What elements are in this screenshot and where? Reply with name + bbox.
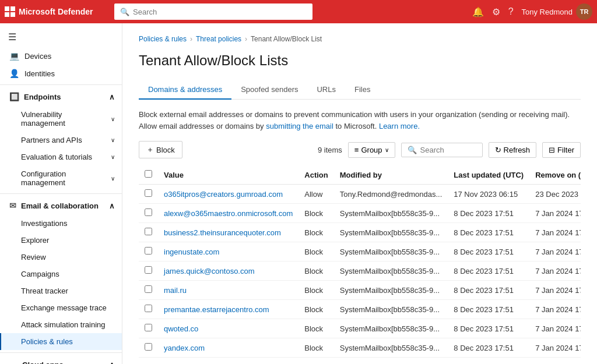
top-nav: Microsoft Defender 🔍 🔔 ⚙ ? Tony Redmond … [0, 0, 597, 23]
app-layout: ☰ 💻 Devices 👤 Identities 🔲 Endpoints ∧ V… [0, 23, 597, 364]
row-checkbox[interactable] [145, 189, 152, 197]
cell-value[interactable]: mail.ru [158, 281, 298, 300]
investigations-label: Investigations [21, 219, 68, 228]
search-icon: 🔍 [408, 146, 417, 154]
app-logo: Microsoft Defender [5, 6, 110, 17]
cell-remove-on: 7 Jan 2024 17:51 [529, 281, 581, 300]
row-checkbox[interactable] [145, 305, 152, 312]
row-checkbox-cell [139, 281, 158, 300]
sidebar-item-exchange-trace[interactable]: Exchange message trace [0, 299, 122, 316]
sidebar-item-review[interactable]: Review [0, 249, 122, 266]
sidebar-section-cloud-apps[interactable]: ☁ Cloud apps ∧ [0, 355, 122, 364]
chevron-down-icon: ∨ [111, 116, 115, 122]
cell-value[interactable]: qwoted.co [158, 319, 298, 338]
cell-value[interactable]: alexw@o365maestro.onmicrosoft.com [158, 204, 298, 223]
cell-action: Block [298, 204, 333, 223]
cell-modified-by: SystemMailbox[bb558c35-9... [334, 261, 448, 281]
select-all-checkbox[interactable] [145, 170, 152, 178]
sidebar-item-policies-rules[interactable]: Policies & rules [0, 333, 122, 350]
tab-spoofed[interactable]: Spoofed senders [231, 80, 307, 100]
table-row: ingenustate.com Block SystemMailbox[bb55… [139, 242, 581, 261]
sidebar-item-devices[interactable]: 💻 Devices [0, 47, 122, 65]
breadcrumb-threat-policies[interactable]: Threat policies [196, 35, 241, 43]
sidebar-item-campaigns[interactable]: Campaigns [0, 266, 122, 282]
block-button[interactable]: ＋ Block [139, 141, 182, 158]
hamburger-button[interactable]: ☰ [0, 27, 122, 47]
endpoints-icon: 🔲 [9, 92, 19, 101]
plus-icon: ＋ [146, 144, 154, 155]
table-wrapper: Value Action Modified by Last updated (U… [139, 165, 581, 358]
evaluation-label: Evaluation & tutorials [21, 153, 92, 161]
row-checkbox-cell [139, 204, 158, 223]
sidebar-item-config[interactable]: Configuration management ∨ [0, 165, 122, 191]
cell-value[interactable]: business2.theinsurancequoter.com [158, 223, 298, 242]
row-checkbox[interactable] [145, 343, 152, 351]
header-last-updated: Last updated (UTC) [448, 165, 529, 185]
row-checkbox[interactable] [145, 247, 152, 255]
breadcrumb-sep2: › [245, 35, 247, 43]
row-checkbox-cell [139, 223, 158, 242]
endpoints-label: Endpoints [24, 93, 104, 101]
gear-icon[interactable]: ⚙ [492, 6, 500, 17]
header-checkbox-col [139, 165, 158, 185]
sidebar: ☰ 💻 Devices 👤 Identities 🔲 Endpoints ∧ V… [0, 23, 122, 364]
row-checkbox[interactable] [145, 208, 152, 216]
table-search-input[interactable] [420, 146, 476, 154]
page-title: Tenant Allow/Block Lists [139, 52, 581, 69]
sidebar-item-identities[interactable]: 👤 Identities [0, 65, 122, 82]
cell-value[interactable]: o365itpros@creators.gumroad.com [158, 185, 298, 204]
table-toolbar: ＋ Block 9 items ≡ Group ∨ 🔍 ↻ Refresh ⊟ … [139, 141, 581, 158]
sidebar-item-threat-tracker[interactable]: Threat tracker [0, 282, 122, 299]
cell-last-updated: 8 Dec 2023 17:51 [448, 319, 529, 338]
email-icon: ✉ [9, 201, 16, 210]
chevron-down-icon: ∨ [111, 175, 115, 182]
table-row: mail.ru Block SystemMailbox[bb558c35-9..… [139, 281, 581, 300]
search-icon: 🔍 [120, 8, 129, 16]
sidebar-item-partners[interactable]: Partners and APIs ∨ [0, 132, 122, 149]
row-checkbox[interactable] [145, 266, 152, 274]
cell-last-updated: 8 Dec 2023 17:51 [448, 261, 529, 281]
tab-domains[interactable]: Domains & addresses [139, 80, 231, 100]
cell-last-updated: 17 Nov 2023 06:15 [448, 185, 529, 204]
chevron-down-icon: ∨ [111, 154, 115, 160]
cell-remove-on: 23 Dec 2023 23:00 [529, 185, 581, 204]
row-checkbox[interactable] [145, 228, 152, 235]
cell-value[interactable]: yandex.com [158, 338, 298, 358]
sidebar-item-evaluation[interactable]: Evaluation & tutorials ∨ [0, 149, 122, 165]
sidebar-item-explorer[interactable]: Explorer [0, 232, 122, 249]
learn-more-link[interactable]: Learn more. [379, 122, 420, 130]
cell-remove-on: 7 Jan 2024 17:51 [529, 300, 581, 319]
bell-icon[interactable]: 🔔 [472, 6, 484, 17]
filter-button[interactable]: ⊟ Filter [542, 142, 581, 158]
tab-files[interactable]: Files [345, 80, 380, 100]
sidebar-section-email[interactable]: ✉ Email & collaboration ∧ [0, 196, 122, 215]
cell-remove-on: 7 Jan 2024 17:51 [529, 223, 581, 242]
sidebar-item-attack-sim[interactable]: Attack simulation training [0, 316, 122, 333]
sidebar-divider [0, 84, 122, 85]
sidebar-item-vulnerability[interactable]: Vulnerability management ∨ [0, 106, 122, 132]
logo-grid-icon [5, 6, 15, 17]
breadcrumb-policies[interactable]: Policies & rules [139, 35, 187, 43]
sidebar-divider [0, 193, 122, 194]
cell-value[interactable]: premantae.estarrejacentro.com [158, 300, 298, 319]
global-search-input[interactable] [133, 8, 307, 16]
exchange-trace-label: Exchange message trace [21, 303, 107, 312]
tab-urls[interactable]: URLs [307, 80, 345, 100]
user-menu[interactable]: Tony Redmond TR [522, 3, 592, 20]
cell-value[interactable]: ingenustate.com [158, 242, 298, 261]
tabs-bar: Domains & addresses Spoofed senders URLs… [139, 80, 581, 100]
cell-value[interactable]: james.quick@contoso.com [158, 261, 298, 281]
top-nav-actions: 🔔 ⚙ ? Tony Redmond TR [472, 3, 592, 20]
sidebar-section-endpoints[interactable]: 🔲 Endpoints ∧ [0, 87, 122, 106]
refresh-button[interactable]: ↻ Refresh [489, 142, 537, 158]
submitting-email-link[interactable]: submitting the email [266, 122, 333, 130]
table-search-box[interactable]: 🔍 [401, 143, 483, 157]
refresh-label: Refresh [504, 146, 531, 154]
sidebar-item-investigations[interactable]: Investigations [0, 215, 122, 232]
group-button[interactable]: ≡ Group ∨ [348, 142, 395, 158]
row-checkbox[interactable] [145, 324, 152, 331]
help-icon[interactable]: ? [508, 6, 514, 17]
cell-modified-by: Tony.Redmond@redmondas... [334, 185, 448, 204]
global-search-bar[interactable]: 🔍 [114, 3, 312, 20]
row-checkbox[interactable] [145, 285, 152, 293]
